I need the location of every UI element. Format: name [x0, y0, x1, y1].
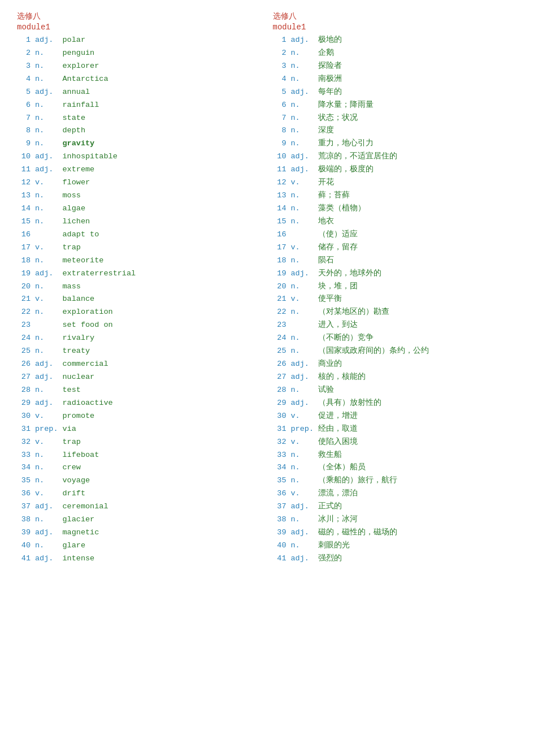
english-word: voyage — [60, 474, 262, 487]
english-word: commercial — [60, 358, 262, 371]
chinese-translation: 正式的 — [316, 500, 517, 513]
part-of-speech: n. — [289, 112, 316, 125]
table-row: 20n.块，堆，团 — [273, 280, 518, 293]
row-number: 5 — [273, 86, 289, 99]
table-row: 26adj.商业的 — [273, 358, 518, 371]
table-row: 11adj.extreme — [17, 163, 262, 176]
row-number: 33 — [17, 449, 33, 462]
chinese-translation: （使）适应 — [316, 228, 517, 241]
english-word: rainfall — [60, 99, 262, 112]
part-of-speech: n. — [289, 461, 316, 474]
chinese-translation: 商业的 — [316, 358, 517, 371]
part-of-speech: n. — [33, 474, 60, 487]
row-number: 26 — [17, 358, 33, 371]
english-word: ceremonial — [60, 500, 262, 513]
row-number: 30 — [17, 410, 33, 423]
part-of-speech: n. — [33, 461, 60, 474]
chinese-translation: 极地的 — [316, 34, 517, 47]
row-number: 32 — [17, 436, 33, 449]
english-word: penguin — [60, 47, 262, 60]
part-of-speech: n. — [33, 332, 60, 345]
part-of-speech: n. — [33, 513, 60, 526]
part-of-speech: n. — [33, 215, 60, 228]
part-of-speech: n. — [289, 474, 316, 487]
english-word: algae — [60, 202, 262, 215]
chinese-translation: 探险者 — [316, 60, 517, 73]
part-of-speech: v. — [289, 241, 316, 254]
row-number: 39 — [273, 526, 289, 539]
table-row: 16adapt to — [17, 228, 262, 241]
row-number: 5 — [17, 86, 33, 99]
part-of-speech: n. — [33, 384, 60, 397]
part-of-speech: n. — [33, 189, 60, 202]
part-of-speech: adj. — [33, 358, 60, 371]
english-word: gravity — [60, 137, 262, 150]
table-row: 10adj.inhospitable — [17, 150, 262, 163]
part-of-speech: adj. — [289, 34, 316, 47]
row-number: 20 — [273, 280, 289, 293]
table-row: 37adj.ceremonial — [17, 500, 262, 513]
part-of-speech: v. — [289, 487, 316, 500]
table-row: 18n.meteorite — [17, 254, 262, 267]
part-of-speech: adj. — [33, 267, 60, 280]
part-of-speech: n. — [33, 47, 60, 60]
english-word: lichen — [60, 215, 262, 228]
row-number: 13 — [17, 189, 33, 202]
row-number: 23 — [17, 319, 33, 332]
part-of-speech: n. — [33, 112, 60, 125]
part-of-speech: prep. — [289, 423, 316, 436]
row-number: 28 — [17, 384, 33, 397]
row-number: 25 — [17, 345, 33, 358]
table-row: 24n.（不断的）竞争 — [273, 332, 518, 345]
chinese-translation: （国家或政府间的）条约，公约 — [316, 345, 517, 358]
part-of-speech: n. — [289, 215, 316, 228]
english-word: nuclear — [60, 371, 262, 384]
part-of-speech: n. — [289, 137, 316, 150]
chinese-translation: 磁的，磁性的，磁场的 — [316, 526, 517, 539]
table-row: 40n.刺眼的光 — [273, 539, 518, 552]
part-of-speech: n. — [33, 99, 60, 112]
table-row: 14n.algae — [17, 202, 262, 215]
chinese-translation: 刺眼的光 — [316, 539, 517, 552]
english-word: depth — [60, 124, 262, 137]
table-row: 3n.探险者 — [273, 60, 518, 73]
table-row: 2n.企鹅 — [273, 47, 518, 60]
part-of-speech: v. — [33, 293, 60, 306]
english-word: crew — [60, 461, 262, 474]
table-row: 34n.crew — [17, 461, 262, 474]
row-number: 4 — [273, 73, 289, 86]
chinese-translation: （具有）放射性的 — [316, 397, 517, 410]
left-column: 选修八 module1 1adj.polar2n.penguin3n.explo… — [17, 11, 262, 565]
row-number: 35 — [17, 474, 33, 487]
part-of-speech: v. — [33, 241, 60, 254]
table-row: 33n.lifeboat — [17, 449, 262, 462]
english-word: glare — [60, 539, 262, 552]
part-of-speech — [33, 228, 60, 241]
chinese-translation: 开花 — [316, 176, 517, 189]
chinese-translation: （乘船的）旅行，航行 — [316, 474, 517, 487]
row-number: 29 — [17, 397, 33, 410]
row-number: 36 — [273, 487, 289, 500]
part-of-speech: v. — [289, 293, 316, 306]
table-row: 33n.救生船 — [273, 449, 518, 462]
chinese-translation: （对某地区的）勘查 — [316, 306, 517, 319]
row-number: 11 — [17, 163, 33, 176]
row-number: 4 — [17, 73, 33, 86]
table-row: 26adj.commercial — [17, 358, 262, 371]
row-number: 26 — [273, 358, 289, 371]
row-number: 12 — [273, 176, 289, 189]
table-row: 23set food on — [17, 319, 262, 332]
part-of-speech: n. — [33, 137, 60, 150]
row-number: 35 — [273, 474, 289, 487]
table-row: 19adj.天外的，地球外的 — [273, 267, 518, 280]
row-number: 30 — [273, 410, 289, 423]
chinese-translation: 天外的，地球外的 — [316, 267, 517, 280]
table-row: 15n.地衣 — [273, 215, 518, 228]
part-of-speech: adj. — [33, 397, 60, 410]
row-number: 17 — [273, 241, 289, 254]
row-number: 10 — [17, 150, 33, 163]
english-word: extraterrestrial — [60, 267, 262, 280]
table-row: 9n.重力，地心引力 — [273, 137, 518, 150]
part-of-speech: n. — [289, 449, 316, 462]
row-number: 2 — [17, 47, 33, 60]
